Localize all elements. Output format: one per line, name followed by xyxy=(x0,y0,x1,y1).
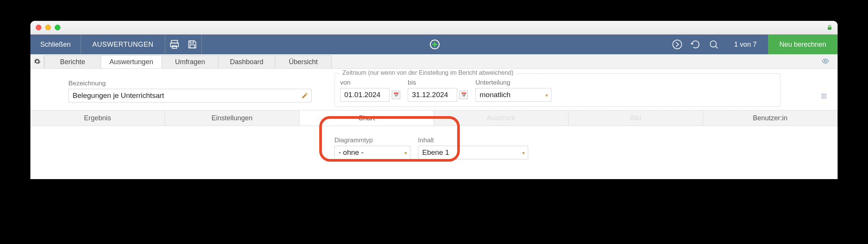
window-controls xyxy=(36,25,60,30)
bezeichnung-label: Bezeichnung xyxy=(68,80,312,87)
zeitraum-fieldset: Zeitraum (nur wenn von der Einstellung i… xyxy=(334,73,781,107)
eye-icon xyxy=(820,57,830,65)
plus-circle-icon xyxy=(429,39,440,50)
list-view-button[interactable] xyxy=(819,91,829,101)
window-close-icon[interactable] xyxy=(36,25,41,30)
svg-rect-1 xyxy=(170,43,178,47)
lock-icon xyxy=(826,24,833,31)
diagrammtyp-field: Diagrammtyp - ohne - ▾ xyxy=(334,137,410,159)
svg-point-6 xyxy=(673,40,681,49)
edit-icon[interactable] xyxy=(301,92,308,101)
recalculate-button[interactable]: Neu berechnen xyxy=(768,35,838,54)
forward-button[interactable] xyxy=(668,35,686,54)
list-icon xyxy=(819,92,828,100)
svg-rect-4 xyxy=(190,45,195,48)
main-ribbon: Schließen AUSWERTUNGEN 1 von 7 Neu berec… xyxy=(30,35,838,54)
chart-panel: Diagrammtyp - ohne - ▾ Inhalt Ebene 1 ▾ xyxy=(30,126,838,179)
bis-label: bis xyxy=(408,79,468,87)
svg-point-7 xyxy=(710,41,716,47)
search-icon xyxy=(708,39,719,50)
subtab-ergebnis[interactable]: Ergebnis xyxy=(30,110,165,126)
bezeichnung-field: Bezeichnung Belegungen je Unterrichtsart xyxy=(68,80,312,102)
subtab-ausdruck[interactable]: Ausdruck xyxy=(434,110,569,126)
close-button-label: Schließen xyxy=(40,41,71,49)
unterteilung-label: Unterteilung xyxy=(475,79,551,87)
calendar-icon[interactable]: 📅 xyxy=(392,91,400,99)
refresh-icon xyxy=(690,39,701,50)
visibility-button[interactable] xyxy=(820,57,831,66)
print-button[interactable] xyxy=(165,35,184,54)
module-title: AUSWERTUNGEN xyxy=(81,35,165,54)
inhalt-label: Inhalt xyxy=(418,137,528,144)
chevron-down-icon: ▾ xyxy=(404,150,407,156)
tab-uebersicht[interactable]: Übersicht xyxy=(275,55,332,68)
inhalt-select[interactable]: Ebene 1 ▾ xyxy=(418,146,528,159)
filter-panel: Bezeichnung Belegungen je Unterrichtsart… xyxy=(30,69,838,110)
diagrammtyp-label: Diagrammtyp xyxy=(334,137,410,144)
subtab-benutzer[interactable]: Benutzer:in xyxy=(703,110,838,126)
von-input[interactable]: 01.01.2024 xyxy=(340,88,390,102)
chevron-down-icon: ▾ xyxy=(545,92,548,98)
bezeichnung-input[interactable]: Belegungen je Unterrichtsart xyxy=(68,89,312,102)
svg-rect-0 xyxy=(171,41,177,43)
settings-gear-button[interactable] xyxy=(30,54,44,68)
calendar-icon[interactable]: 📅 xyxy=(459,91,468,99)
svg-rect-2 xyxy=(172,46,177,49)
gear-icon xyxy=(34,58,41,65)
von-label: von xyxy=(340,79,400,87)
save-button[interactable] xyxy=(184,35,202,54)
zeitraum-legend: Zeitraum (nur wenn von der Einstellung i… xyxy=(340,69,516,76)
nav-tabs: Berichte Auswertungen Umfragen Dashboard… xyxy=(30,54,838,69)
search-button[interactable] xyxy=(705,35,723,54)
unterteilung-select[interactable]: monatlich ▾ xyxy=(475,88,551,102)
tab-dashboard[interactable]: Dashboard xyxy=(218,55,275,68)
app-window: Schließen AUSWERTUNGEN 1 von 7 Neu berec… xyxy=(30,21,838,179)
diagrammtyp-select[interactable]: - ohne - ▾ xyxy=(334,146,410,159)
recalculate-label: Neu berechnen xyxy=(779,41,826,49)
subtab-einstellungen[interactable]: Einstellungen xyxy=(165,110,299,126)
tab-umfragen[interactable]: Umfragen xyxy=(162,55,219,68)
sub-tabs: Ergebnis Einstellungen Chart Ausdruck Bi… xyxy=(30,110,838,126)
arrow-circle-icon xyxy=(672,39,683,50)
save-icon xyxy=(187,39,198,50)
add-button[interactable] xyxy=(426,35,444,54)
refresh-button[interactable] xyxy=(686,35,705,54)
tab-berichte[interactable]: Berichte xyxy=(44,55,101,68)
tab-auswertungen[interactable]: Auswertungen xyxy=(101,55,162,68)
window-minimize-icon[interactable] xyxy=(45,25,51,30)
chevron-down-icon: ▾ xyxy=(522,150,525,156)
window-zoom-icon[interactable] xyxy=(55,25,60,30)
subtab-bild[interactable]: Bild xyxy=(569,110,703,126)
subtab-chart[interactable]: Chart xyxy=(299,110,434,126)
printer-icon xyxy=(169,39,180,50)
svg-point-8 xyxy=(825,60,827,62)
inhalt-field: Inhalt Ebene 1 ▾ xyxy=(418,137,528,159)
svg-rect-3 xyxy=(190,41,193,43)
bis-input[interactable]: 31.12.2024 xyxy=(408,88,457,102)
window-titlebar xyxy=(30,21,838,35)
close-button[interactable]: Schließen xyxy=(30,35,81,54)
record-counter: 1 von 7 xyxy=(723,35,768,54)
